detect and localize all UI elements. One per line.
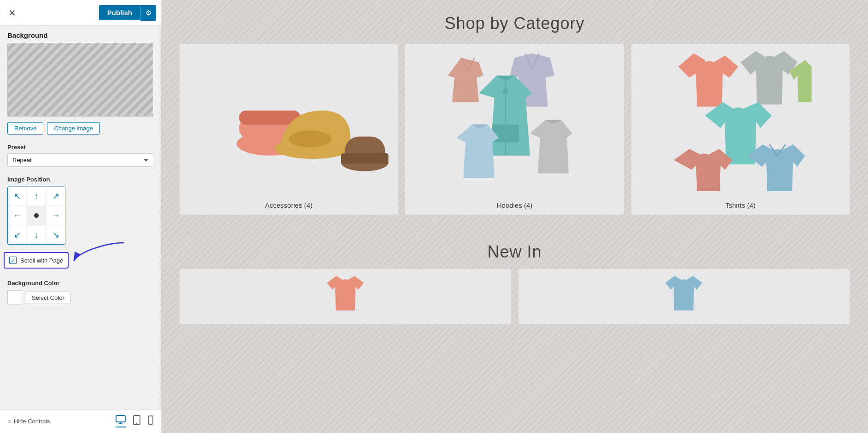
pos-sw[interactable] — [8, 226, 26, 244]
svg-rect-15 — [341, 153, 388, 164]
arrow-se-icon — [52, 230, 59, 240]
gear-icon: ⚙ — [146, 9, 151, 17]
bottom-bar: ○ Hide Controls — [0, 409, 161, 433]
pos-s[interactable] — [27, 226, 46, 244]
hide-controls-label: Hide Controls — [14, 418, 50, 425]
left-panel: ✕ Publish ⚙ Background Remove Change ima… — [0, 0, 161, 433]
new-in-heading: New In — [180, 242, 850, 262]
right-content: Shop by Category — [161, 0, 868, 433]
checkmark-icon: ✓ — [11, 257, 16, 263]
pos-nw[interactable] — [8, 187, 26, 205]
publish-settings-button[interactable]: ⚙ — [140, 5, 156, 21]
accessories-svg — [184, 49, 393, 191]
arrow-nw-icon — [14, 191, 21, 201]
hoodies-card: Hoodies (4) — [405, 44, 623, 215]
top-bar: ✕ Publish ⚙ — [0, 0, 161, 26]
accessories-label: Accessories (4) — [180, 196, 398, 215]
svg-point-7 — [150, 423, 151, 424]
annotation-arrow — [69, 238, 129, 266]
accessories-illustration — [180, 44, 398, 196]
scroll-with-page-checkbox[interactable]: ✓ — [9, 257, 17, 264]
close-button[interactable]: ✕ — [5, 6, 19, 20]
tablet-device-button[interactable] — [133, 415, 140, 427]
eye-icon: ○ — [7, 418, 11, 425]
image-position-grid — [7, 187, 65, 245]
svg-rect-17 — [492, 124, 519, 142]
tshirts-svg — [636, 49, 845, 191]
hoodies-illustration — [405, 44, 623, 196]
svg-rect-1 — [116, 415, 125, 422]
svg-point-5 — [136, 423, 137, 424]
device-icons — [116, 415, 153, 427]
publish-group: Publish ⚙ — [99, 5, 156, 21]
pos-center[interactable] — [27, 206, 46, 225]
pos-ne[interactable] — [47, 187, 65, 205]
new-in-card-1 — [180, 269, 511, 324]
background-section-title: Background — [0, 26, 161, 43]
svg-point-12 — [289, 130, 332, 147]
pos-e[interactable] — [47, 206, 65, 225]
tablet-icon — [133, 415, 140, 425]
remove-button[interactable]: Remove — [7, 122, 43, 135]
color-swatch[interactable] — [7, 290, 22, 305]
panel-body: Background Remove Change image Preset Re… — [0, 26, 161, 409]
change-image-button[interactable]: Change image — [47, 122, 100, 135]
arrow-e-icon — [52, 211, 60, 221]
new-in-section: New In — [161, 233, 868, 324]
publish-button[interactable]: Publish — [99, 5, 140, 20]
pos-n[interactable] — [27, 187, 46, 205]
new-in-svg-1 — [299, 274, 391, 320]
desktop-device-button[interactable] — [116, 415, 126, 427]
arrow-sw-icon — [14, 230, 21, 240]
scroll-with-page-option[interactable]: ✓ Scroll with Page — [4, 252, 69, 269]
shop-by-category-section: Shop by Category — [161, 0, 868, 233]
new-in-svg-2 — [638, 274, 730, 320]
arrow-n-icon — [35, 192, 39, 201]
content-area: Shop by Category — [161, 0, 868, 433]
pos-se[interactable] — [47, 226, 65, 244]
preset-label: Preset — [0, 142, 161, 153]
new-in-grid — [180, 269, 850, 324]
scroll-with-page-label: Scroll with Page — [20, 257, 63, 264]
color-picker-row: Select Color — [0, 290, 161, 312]
close-icon: ✕ — [8, 7, 16, 18]
hoodies-svg — [410, 49, 619, 191]
tshirts-label: Tshirts (4) — [631, 196, 850, 215]
desktop-icon — [116, 415, 126, 424]
background-color-label: Background Color — [0, 278, 161, 290]
hide-controls-button[interactable]: ○ Hide Controls — [7, 418, 50, 425]
accessories-card: Accessories (4) — [180, 44, 398, 215]
mobile-icon — [148, 415, 153, 425]
background-preview-inner — [8, 43, 153, 116]
preset-select[interactable]: Repeat No Repeat Repeat X Repeat Y Cover… — [7, 153, 153, 167]
arrow-w-icon — [13, 211, 21, 221]
arrow-ne-icon — [52, 191, 59, 201]
tshirts-illustration — [631, 44, 850, 196]
new-in-card-2 — [518, 269, 850, 324]
hoodies-label: Hoodies (4) — [405, 196, 623, 215]
mobile-device-button[interactable] — [148, 415, 153, 427]
shop-by-category-heading: Shop by Category — [180, 14, 850, 33]
background-preview — [7, 43, 153, 117]
svg-point-16 — [503, 88, 508, 94]
arrow-s-icon — [35, 230, 39, 240]
center-dot — [34, 213, 39, 218]
image-action-buttons: Remove Change image — [0, 122, 161, 142]
tshirts-card: Tshirts (4) — [631, 44, 850, 215]
pos-w[interactable] — [8, 206, 26, 225]
category-grid: Accessories (4) — [180, 44, 850, 215]
select-color-button[interactable]: Select Color — [26, 292, 70, 304]
image-position-label: Image Position — [0, 174, 161, 187]
